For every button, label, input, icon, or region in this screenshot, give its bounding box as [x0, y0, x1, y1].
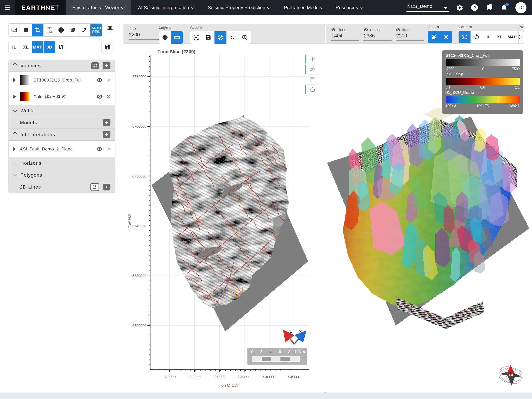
camera-map-button[interactable]: MAP: [505, 31, 519, 43]
camera-perspective-button[interactable]: [459, 31, 470, 43]
workspace-select[interactable]: NCS_Demo: [406, 4, 449, 12]
volume-calculator-button[interactable]: [91, 62, 99, 69]
view-il-button[interactable]: IL: [8, 41, 20, 53]
halftone-dots-button[interactable]: [67, 24, 78, 36]
compass-button[interactable]: [214, 31, 226, 44]
visibility-eye-icon[interactable]: [96, 146, 103, 152]
legend-ticks: -750007500: [446, 67, 520, 71]
camera-xl-button[interactable]: XL: [494, 31, 505, 43]
volume-row[interactable]: Calc: ($a + $b)/2 ×: [9, 88, 115, 105]
y-axis-label: UTM NS: [127, 214, 132, 230]
bookmark-icon[interactable]: [486, 4, 493, 12]
help-icon[interactable]: ?: [471, 4, 478, 12]
time-input[interactable]: 2200: [396, 32, 424, 41]
interpretation-row[interactable]: ASI_Fault_Demo_2_Plane ×: [9, 140, 115, 157]
camera-label: Camera: [458, 25, 519, 29]
notifications-bell-icon[interactable]: [500, 4, 508, 12]
crop-button[interactable]: [32, 24, 43, 36]
nav-seismic-property-prediction[interactable]: Seismic Property Prediction: [201, 0, 277, 15]
box-zoom-tool-icon[interactable]: [306, 64, 319, 74]
reset-view-icon[interactable]: [306, 84, 319, 95]
auto-res-button[interactable]: AUTORES.: [90, 24, 102, 36]
grid-crosshair-button[interactable]: [43, 24, 55, 36]
nav-pretrained-models[interactable]: Pretrained Models: [277, 0, 329, 15]
colormap-swatch[interactable]: [20, 75, 30, 85]
section-horizons[interactable]: Horizons: [9, 157, 115, 169]
app-logo[interactable]: EARTHNET: [15, 0, 66, 15]
map-panel-header: time 2200 Legend Actions: [123, 24, 325, 44]
view-xl-button[interactable]: XL: [20, 41, 32, 53]
section-label: Polygons: [20, 172, 42, 178]
panel-divider[interactable]: [325, 24, 325, 392]
eye-icon[interactable]: [363, 27, 368, 32]
close-icon[interactable]: ×: [107, 77, 110, 83]
basemap-button[interactable]: [55, 41, 67, 53]
add-volume-button[interactable]: +: [103, 62, 110, 69]
nav-resources[interactable]: Resources: [329, 0, 370, 15]
camera-il-button[interactable]: IL: [483, 31, 494, 43]
scatter-points-button[interactable]: [226, 31, 239, 44]
colormap-swatch[interactable]: [20, 92, 30, 101]
view-3d-button[interactable]: 3D: [43, 41, 55, 53]
eyedropper-button[interactable]: [78, 24, 90, 36]
avatar-initials: TC: [518, 5, 524, 11]
center-focus-button[interactable]: [190, 31, 202, 44]
settings-gear-icon[interactable]: [456, 4, 463, 12]
ilines-input[interactable]: 1404: [331, 32, 359, 41]
svg-text:6750000: 6750000: [132, 174, 146, 178]
pan-tool-icon[interactable]: [306, 54, 319, 64]
view-map-button[interactable]: MAP: [32, 41, 43, 53]
pin-icon[interactable]: [106, 25, 114, 34]
chevron-up-icon: [13, 132, 17, 136]
compass-3d[interactable]: [498, 363, 524, 389]
workspace-value: NCS_Demo: [407, 4, 432, 9]
time-field-3d[interactable]: time 2200: [396, 27, 424, 41]
section-polygons[interactable]: Polygons: [9, 169, 115, 181]
expand-caret-icon[interactable]: [13, 78, 16, 82]
volume-name: Calc: ($a + $b)/2: [33, 94, 67, 99]
ilines-field[interactable]: ilines 1404: [331, 27, 359, 41]
nav-seismic-tools-viewer[interactable]: Seismic Tools - Viewer: [66, 0, 131, 15]
visibility-eye-icon[interactable]: [96, 77, 103, 83]
scalebar-ruler-button[interactable]: [171, 31, 183, 44]
camera-rotate-button[interactable]: [470, 31, 483, 43]
expand-caret-icon[interactable]: [13, 147, 16, 151]
avatar[interactable]: TC: [515, 2, 526, 13]
section-volumes[interactable]: Volumes +: [9, 60, 115, 71]
add-2d-line-button[interactable]: +: [103, 184, 110, 190]
section-2d-lines[interactable]: 2D Lines +: [9, 181, 115, 193]
svg-text:6770000: 6770000: [132, 75, 146, 79]
brightness-sun-button[interactable]: [440, 31, 452, 43]
download-snapshot-icon[interactable]: [306, 74, 319, 84]
eye-icon[interactable]: [331, 27, 336, 32]
visibility-eye-icon[interactable]: [96, 93, 103, 100]
chevron-down-icon: [121, 5, 125, 9]
expand-caret-icon[interactable]: [13, 95, 16, 99]
volume-row[interactable]: ST13003D13_Crop_Full ×: [9, 71, 115, 88]
close-icon[interactable]: ×: [107, 146, 110, 152]
wiggle-zoom-button[interactable]: [239, 31, 251, 44]
close-icon[interactable]: ×: [107, 93, 110, 100]
eye-icon[interactable]: [396, 27, 400, 32]
ilines-label: ilines: [337, 28, 346, 32]
split-view-button[interactable]: [20, 24, 32, 36]
info-button[interactable]: [55, 24, 67, 36]
xlines-field[interactable]: xlines 2386: [363, 27, 392, 41]
nav-right-cluster: NCS_Demo ? TC: [406, 0, 532, 15]
save-layout-button[interactable]: [101, 41, 114, 53]
section-wells[interactable]: Wells: [9, 105, 115, 117]
open-2d-lines-button[interactable]: [90, 183, 99, 191]
projection-button[interactable]: [519, 31, 524, 43]
add-interpretation-button[interactable]: +: [103, 131, 110, 138]
save-view-button[interactable]: [202, 31, 214, 44]
section-models[interactable]: Models +: [9, 117, 115, 128]
hamburger-icon[interactable]: [0, 0, 15, 15]
colormap-palette-button[interactable]: [159, 31, 171, 44]
add-model-button[interactable]: +: [103, 119, 110, 126]
colors-palette-button[interactable]: [428, 31, 440, 43]
nav-ai-seismic-interpretation[interactable]: AI Seismic Interpretation: [131, 0, 201, 15]
legend-ticks: 0.10.61.1: [446, 86, 520, 89]
xlines-input[interactable]: 2386: [363, 32, 392, 41]
fit-screen-button[interactable]: [8, 24, 20, 36]
section-interpretations[interactable]: Interpretations +: [9, 128, 115, 140]
